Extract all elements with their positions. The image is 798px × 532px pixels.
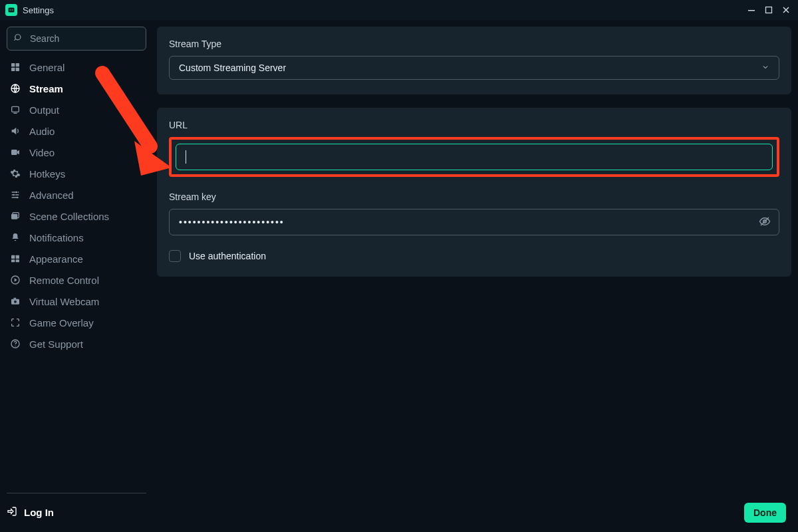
svg-point-1: [10, 9, 11, 11]
stream-type-value: Custom Streaming Server: [179, 63, 286, 73]
svg-rect-11: [13, 113, 17, 114]
svg-point-14: [13, 194, 15, 196]
sidebar-item-output[interactable]: Output: [7, 100, 146, 120]
svg-point-24: [14, 301, 17, 303]
svg-rect-4: [766, 7, 772, 13]
sidebar-item-general[interactable]: General: [7, 57, 146, 77]
svg-rect-10: [12, 106, 19, 112]
sidebar-nav: General Stream Output Audio Video: [7, 57, 146, 354]
stream-key-input[interactable]: [178, 216, 759, 228]
sidebar-item-game-overlay[interactable]: Game Overlay: [7, 313, 146, 332]
svg-rect-7: [11, 68, 15, 71]
sidebar-item-label: Virtual Webcam: [29, 296, 99, 307]
url-input-wrapper[interactable]: [176, 144, 773, 170]
bell-icon: [9, 232, 21, 243]
sidebar-item-stream[interactable]: Stream: [7, 78, 146, 98]
sidebar-item-label: Hotkeys: [29, 168, 65, 180]
sidebar-item-virtual-webcam[interactable]: Virtual Webcam: [7, 291, 146, 311]
grid-icon: [9, 62, 21, 72]
search-input-wrapper[interactable]: [7, 27, 146, 51]
search-input[interactable]: [29, 33, 148, 45]
sidebar-item-hotkeys[interactable]: Hotkeys: [7, 164, 146, 184]
chevron-down-icon: [761, 63, 769, 73]
close-button[interactable]: [782, 6, 790, 14]
sidebar-item-label: Notifications: [29, 232, 84, 243]
expand-icon: [9, 317, 21, 328]
sidebar-item-label: Get Support: [29, 338, 83, 350]
stream-key-label: Stream key: [169, 192, 779, 202]
sidebar-item-label: Video: [29, 147, 55, 158]
sidebar-item-label: Audio: [29, 126, 55, 137]
stream-type-card: Stream Type Custom Streaming Server: [157, 27, 791, 94]
search-icon: [14, 33, 23, 45]
svg-rect-6: [16, 63, 19, 66]
sidebar-item-label: Output: [29, 104, 59, 116]
svg-rect-8: [16, 68, 19, 71]
main-content: Stream Type Custom Streaming Server URL: [157, 27, 791, 524]
appearance-icon: [9, 253, 21, 264]
titlebar: Settings: [0, 0, 798, 20]
svg-point-2: [12, 9, 13, 11]
svg-point-15: [17, 197, 19, 199]
collections-icon: [9, 211, 21, 221]
svg-rect-5: [11, 63, 15, 66]
use-auth-checkbox[interactable]: [169, 250, 181, 262]
help-icon: [9, 338, 21, 349]
sidebar-item-label: Stream: [29, 83, 63, 94]
sidebar-item-notifications[interactable]: Notifications: [7, 227, 146, 247]
stream-key-input-wrapper[interactable]: [169, 209, 779, 235]
maximize-button[interactable]: [765, 6, 773, 14]
minimize-button[interactable]: [747, 6, 755, 14]
svg-point-27: [15, 346, 15, 346]
login-icon: [7, 506, 17, 519]
sidebar-item-label: Advanced: [29, 190, 74, 201]
gear-icon: [9, 168, 21, 179]
sidebar-item-label: General: [29, 62, 65, 73]
sidebar-item-remote-control[interactable]: Remote Control: [7, 270, 146, 290]
use-auth-label: Use authentication: [189, 251, 266, 261]
login-label: Log In: [24, 507, 54, 518]
sidebar-item-appearance[interactable]: Appearance: [7, 249, 146, 269]
window-controls: [747, 6, 793, 14]
svg-rect-20: [11, 259, 15, 262]
svg-rect-25: [13, 298, 16, 299]
sidebar-item-scene-collections[interactable]: Scene Collections: [7, 206, 146, 226]
sidebar-item-label: Game Overlay: [29, 317, 94, 329]
camera-icon: [9, 296, 21, 307]
sidebar-item-audio[interactable]: Audio: [7, 121, 146, 141]
url-highlight: [169, 137, 779, 177]
output-icon: [9, 104, 21, 115]
window-title: Settings: [23, 5, 54, 15]
use-auth-row[interactable]: Use authentication: [169, 250, 779, 262]
sidebar-item-advanced[interactable]: Advanced: [7, 185, 146, 205]
svg-rect-0: [9, 8, 15, 13]
svg-point-13: [16, 192, 18, 194]
svg-rect-21: [16, 259, 19, 262]
eye-off-icon[interactable]: [759, 215, 771, 229]
sidebar-item-label: Scene Collections: [29, 211, 109, 222]
sidebar: General Stream Output Audio Video: [7, 27, 146, 524]
svg-rect-12: [11, 150, 17, 155]
sidebar-item-get-support[interactable]: Get Support: [7, 334, 146, 354]
globe-icon: [9, 83, 21, 94]
app-icon: [5, 4, 17, 16]
sidebar-item-video[interactable]: Video: [7, 142, 146, 162]
login-button[interactable]: Log In: [7, 500, 146, 524]
stream-type-select[interactable]: Custom Streaming Server: [169, 56, 779, 80]
done-button[interactable]: Done: [744, 503, 786, 523]
sliders-icon: [9, 190, 21, 200]
stream-type-label: Stream Type: [169, 39, 779, 49]
video-icon: [9, 147, 21, 158]
sidebar-item-label: Appearance: [29, 253, 83, 265]
stream-server-card: URL Stream key: [157, 108, 791, 277]
sidebar-item-label: Remote Control: [29, 275, 99, 286]
remote-icon: [9, 275, 21, 285]
volume-icon: [9, 126, 21, 136]
svg-rect-3: [748, 10, 755, 11]
svg-rect-19: [16, 255, 19, 259]
url-label: URL: [169, 120, 779, 130]
svg-rect-18: [11, 255, 15, 259]
